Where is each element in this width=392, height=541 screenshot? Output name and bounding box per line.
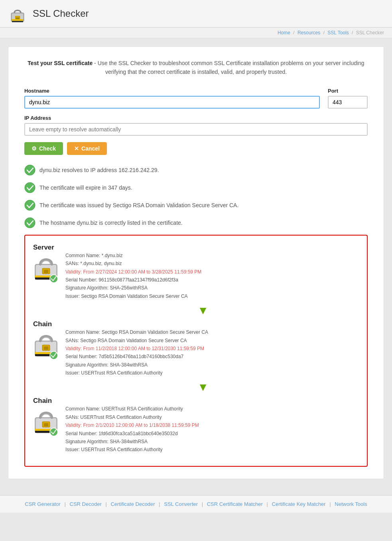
status-text-3: The certificate was issued by Sectigo RS…: [39, 202, 238, 208]
arrow-down-2: ▼: [47, 381, 359, 394]
intro-paragraph: Test your SSL certificate - Use the SSL …: [24, 59, 368, 77]
check-icon-2: [24, 182, 35, 193]
svg-point-9: [25, 218, 35, 228]
server-validity: Validity: From 2/27/2024 12:00:00 AM to …: [65, 268, 201, 276]
status-item-1: dynu.biz resolves to IP address 162.216.…: [24, 164, 368, 176]
hostname-label: Hostname: [24, 88, 320, 94]
chain1-cert-label: Chain: [33, 320, 359, 328]
chain1-cert-info: Common Name: Sectigo RSA Domain Validati…: [65, 328, 208, 377]
ip-label: IP Address: [24, 115, 368, 121]
chain1-serial: Serial Number: 7d5b5126b476ba11db74160bb…: [65, 353, 208, 361]
chain2-cn: Common Name: USERTrust RSA Certification…: [65, 405, 199, 413]
footer-link-key-matcher[interactable]: Certificate Key Matcher: [272, 501, 326, 507]
server-cert-entry: Common Name: *.dynu.biz SANs: *.dynu.biz…: [33, 252, 359, 300]
cert-chain-box: Server: [24, 235, 368, 467]
footer: CSR Generator | CSR Decoder | Certificat…: [0, 495, 392, 513]
chain2-serial: Serial Number: 1fd6d30fca3ca51a81bbc640e…: [65, 430, 199, 438]
server-cn: Common Name: *.dynu.biz: [65, 252, 201, 260]
chain1-cert-entry: Common Name: Sectigo RSA Domain Validati…: [33, 328, 359, 377]
footer-link-csr-matcher[interactable]: CSR Certificate Matcher: [207, 501, 263, 507]
page-title: SSL Checker: [33, 8, 89, 19]
ip-input[interactable]: [24, 123, 368, 136]
breadcrumb-ssl-tools[interactable]: SSL Tools: [327, 30, 349, 36]
intro-text: - Use the SSL Checker to troubleshoot co…: [93, 60, 364, 75]
chain1-cn: Common Name: Sectigo RSA Domain Validati…: [65, 328, 208, 336]
server-serial: Serial Number: 961158c0877faa21347f99a12…: [65, 276, 201, 284]
cancel-button-label: Cancel: [81, 145, 100, 152]
ssl-lock-logo: [8, 4, 27, 23]
footer-link-ssl-converter[interactable]: SSL Converter: [164, 501, 198, 507]
server-cert-info: Common Name: *.dynu.biz SANs: *.dynu.biz…: [65, 252, 201, 300]
server-cert-label: Server: [33, 244, 359, 252]
chain2-cert-section: Chain Common Nam: [33, 397, 359, 454]
arrow-down-1: ▼: [47, 304, 359, 317]
chain2-cert-entry: Common Name: USERTrust RSA Certification…: [33, 405, 359, 454]
server-cert-section: Server: [33, 244, 359, 300]
status-item-3: The certificate was issued by Sectigo RS…: [24, 200, 368, 211]
status-text-1: dynu.biz resolves to IP address 162.216.…: [39, 167, 159, 173]
status-item-2: The certificate will expire in 347 days.: [24, 182, 368, 193]
check-button-label: Check: [39, 145, 56, 152]
button-row: ⚙ Check ✕ Cancel: [24, 142, 368, 155]
content-box: Test your SSL certificate - Use the SSL …: [8, 46, 384, 479]
check-icon-4: [24, 217, 35, 228]
footer-link-csr-generator[interactable]: CSR Generator: [25, 501, 61, 507]
cancel-button[interactable]: ✕ Cancel: [67, 142, 107, 155]
breadcrumb-home[interactable]: Home: [278, 30, 290, 36]
check-button[interactable]: ⚙ Check: [24, 142, 63, 155]
status-item-4: The hostname dynu.biz is correctly liste…: [24, 217, 368, 228]
form-row-hostname-port: Hostname Port: [24, 88, 368, 109]
chain2-cert-label: Chain: [33, 397, 359, 405]
chain2-validity: Validity: From 2/1/2010 12:00:00 AM to 1…: [65, 421, 199, 429]
chain1-sig: Signature Algorithm: SHA-384withRSA: [65, 361, 208, 369]
port-group: Port: [328, 88, 368, 109]
main-content: Test your SSL certificate - Use the SSL …: [0, 38, 392, 487]
footer-link-network-tools[interactable]: Network Tools: [335, 501, 367, 507]
port-label: Port: [328, 88, 368, 94]
check-icon-3: [24, 200, 35, 211]
hostname-group: Hostname: [24, 88, 320, 109]
server-sans: SANs: *.dynu.biz, dynu.biz: [65, 260, 201, 268]
form-row-ip: IP Address: [24, 115, 368, 136]
footer-link-cert-decoder[interactable]: Certificate Decoder: [110, 501, 155, 507]
status-text-2: The certificate will expire in 347 days.: [39, 184, 132, 191]
port-input[interactable]: [328, 96, 368, 109]
svg-point-7: [25, 182, 35, 193]
page-header: SSL Checker: [0, 0, 392, 28]
status-text-4: The hostname dynu.biz is correctly liste…: [39, 220, 183, 226]
svg-point-8: [25, 200, 35, 210]
chain2-sans: SANs: USERTrust RSA Certification Author…: [65, 413, 199, 421]
server-issuer: Issuer: Sectigo RSA Domain Validation Se…: [65, 292, 201, 300]
check-icon-1: [24, 164, 35, 176]
server-sig: Signature Algorithm: SHA-256withRSA: [65, 284, 201, 292]
breadcrumb: Home / Resources / SSL Tools / SSL Check…: [0, 28, 392, 38]
footer-link-csr-decoder[interactable]: CSR Decoder: [70, 501, 102, 507]
hostname-input[interactable]: [24, 96, 320, 109]
chain2-cert-info: Common Name: USERTrust RSA Certification…: [65, 405, 199, 454]
chain1-issuer: Issuer: USERTrust RSA Certification Auth…: [65, 369, 208, 377]
svg-rect-20: [44, 347, 48, 350]
chain2-sig: Signature Algorithm: SHA-384withRSA: [65, 438, 199, 446]
chain1-sans: SANs: Sectigo RSA Domain Validation Secu…: [65, 337, 208, 345]
ip-group: IP Address: [24, 115, 368, 136]
breadcrumb-resources[interactable]: Resources: [297, 30, 320, 36]
server-lock-icon: [33, 252, 59, 283]
gear-icon: ⚙: [32, 145, 37, 152]
svg-rect-13: [44, 270, 48, 273]
x-icon: ✕: [74, 145, 79, 152]
svg-rect-27: [44, 423, 48, 426]
chain2-lock-icon: [33, 405, 59, 436]
status-messages: dynu.biz resolves to IP address 162.216.…: [24, 164, 368, 228]
chain1-cert-section: Chain Common Nam: [33, 320, 359, 377]
chain1-validity: Validity: From 11/2/2018 12:00:00 AM to …: [65, 345, 208, 353]
svg-point-6: [25, 165, 35, 175]
breadcrumb-current: SSL Checker: [356, 30, 384, 36]
chain1-lock-icon: [33, 328, 59, 359]
intro-bold: Test your SSL certificate: [28, 60, 93, 66]
chain2-issuer: Issuer: USERTrust RSA Certification Auth…: [65, 446, 199, 454]
